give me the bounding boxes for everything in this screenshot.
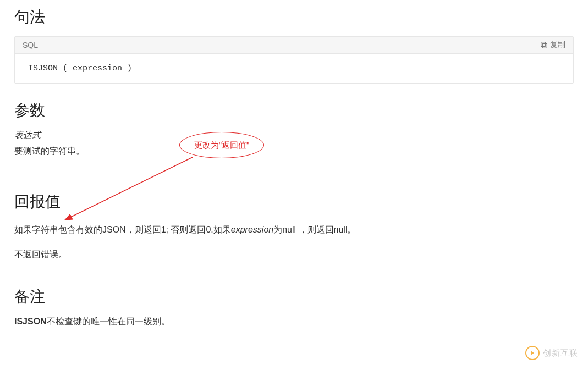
return-heading: 回报值 [14,191,574,212]
remarks-text: ISJSON不检查键的唯一性在同一级别。 [14,316,574,328]
copy-button[interactable]: 复制 [540,40,565,50]
code-language-label: SQL [23,41,38,49]
return-description-1: 如果字符串包含有效的JSON，则返回1; 否则返回0.如果expression为… [14,222,574,237]
watermark-text: 创新互联 [543,348,578,358]
return-description-2: 不返回错误。 [14,247,574,262]
watermark-logo: 创新互联 [525,346,578,360]
watermark-icon [525,346,540,360]
param-description: 要测试的字符串。 [14,143,574,158]
code-content: ISJSON ( expression ) [15,54,573,83]
copy-label: 复制 [550,40,565,50]
param-name: 表达式 [14,130,574,141]
syntax-heading: 句法 [14,7,574,27]
svg-rect-1 [541,42,546,47]
code-block: SQL 复制 ISJSON ( expression ) [14,36,574,84]
params-heading: 参数 [14,100,574,121]
remarks-heading: 备注 [14,286,574,307]
copy-icon [540,41,548,49]
svg-rect-0 [542,43,547,48]
